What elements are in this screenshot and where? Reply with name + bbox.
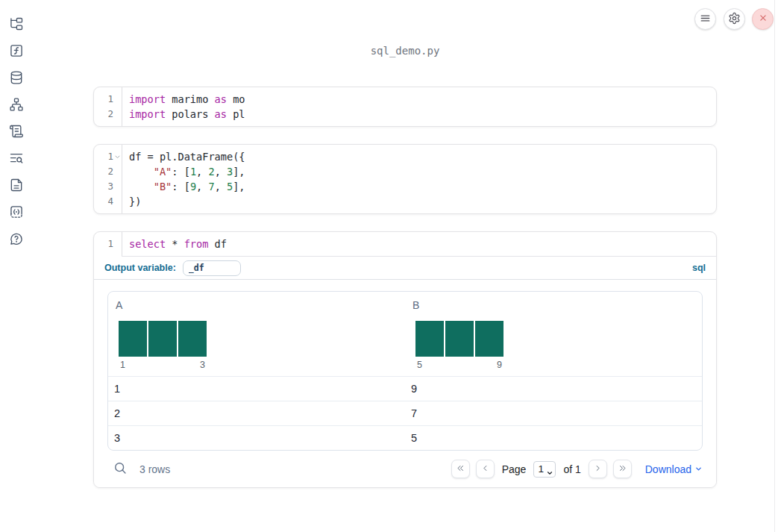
output-variable-label: Output variable:: [104, 263, 176, 273]
next-page-button[interactable]: [589, 460, 607, 478]
column-header[interactable]: B59: [405, 292, 702, 376]
table-footer: 3 rows Page: [107, 451, 703, 478]
page-select-wrapper: 1: [533, 461, 556, 478]
table-row: 35: [108, 425, 702, 450]
download-button[interactable]: Download: [645, 463, 703, 475]
table-cell: 9: [405, 383, 702, 395]
sidebar-item-scratchpad[interactable]: [8, 124, 25, 140]
code-cell-dataframe: 1df = pl.DataFrame({2 "A": [1, 2, 3],3 "…: [93, 144, 717, 214]
cell-output: A13B59 192735 3 rows: [94, 280, 716, 487]
database-icon: [9, 70, 24, 87]
column-header[interactable]: A13: [108, 292, 405, 376]
last-page-button[interactable]: [613, 460, 632, 478]
previous-page-button[interactable]: [476, 460, 495, 478]
line-number-gutter: 1: [94, 92, 122, 107]
table-cell: 5: [405, 432, 702, 444]
sidebar-item-documentation[interactable]: [8, 178, 25, 194]
help-bubble-icon: [9, 231, 24, 248]
table-row: 27: [108, 401, 702, 425]
chevron-right-icon: [593, 463, 603, 475]
sql-editor[interactable]: 1select * from df: [94, 232, 716, 256]
column-name: A: [116, 299, 399, 311]
sidebar-item-help[interactable]: [8, 231, 25, 248]
sidebar-item-file-explorer[interactable]: [8, 16, 25, 33]
code-cell-imports: 1import marimo as mo2import polars as pl: [93, 87, 717, 127]
download-label: Download: [645, 463, 691, 475]
histogram-bar[interactable]: [445, 321, 474, 357]
snippets-code-icon: [9, 204, 24, 222]
line-number-gutter: 2: [94, 164, 122, 179]
table-row: 19: [108, 376, 702, 401]
line-number-gutter: 1: [94, 237, 122, 251]
logs-search-icon: [9, 151, 24, 168]
histogram-bar[interactable]: [119, 321, 147, 357]
chevron-down-icon: [694, 463, 703, 475]
chevron-left-icon: [480, 463, 490, 475]
row-count: 3 rows: [139, 463, 170, 475]
table-cell: 7: [405, 407, 702, 419]
histogram-bar[interactable]: [148, 321, 177, 357]
histogram-ticks: 13: [119, 360, 207, 370]
table-search-button[interactable]: [113, 463, 127, 476]
page-select[interactable]: 1: [538, 463, 553, 475]
histogram-ticks: 59: [415, 360, 503, 370]
documentation-file-icon: [9, 178, 24, 195]
output-variable-input[interactable]: [183, 260, 241, 276]
sidebar-item-snippets[interactable]: [8, 204, 25, 221]
scrollbar-track[interactable]: [774, 0, 775, 532]
dataframe-table: A13B59 192735: [107, 291, 703, 451]
histogram-bar[interactable]: [178, 321, 207, 357]
chevrons-right-icon: [618, 463, 627, 475]
chevrons-left-icon: [456, 463, 465, 475]
notebook-area: sql_demo.py 1import marimo as mo2import …: [93, 0, 717, 488]
column-histogram[interactable]: 59: [415, 321, 503, 370]
scratchpad-scroll-icon: [9, 124, 24, 141]
table-cell: 3: [108, 432, 405, 444]
line-number-gutter: 4: [94, 194, 122, 209]
column-name: B: [412, 299, 696, 311]
first-page-button[interactable]: [451, 460, 470, 478]
dependency-graph-icon: [9, 97, 24, 114]
sql-cell: 1select * from df Output variable: sql A…: [93, 231, 717, 488]
sidebar: [0, 0, 33, 532]
column-histogram[interactable]: 13: [119, 321, 207, 370]
table-body: 192735: [108, 376, 702, 450]
fold-chevron-down-icon[interactable]: [113, 154, 122, 160]
page-total-label: of 1: [563, 463, 580, 475]
table-cell: 1: [108, 383, 405, 395]
shutdown-button[interactable]: [752, 8, 774, 30]
sidebar-item-data-sources[interactable]: [8, 70, 25, 87]
settings-button[interactable]: [724, 8, 745, 30]
sidebar-item-variables[interactable]: [8, 43, 25, 60]
histogram-bar[interactable]: [475, 321, 503, 357]
page-label: Page: [502, 463, 527, 475]
line-number-gutter: 2: [94, 107, 122, 122]
marimo-app-window: sql_demo.py 1import marimo as mo2import …: [0, 0, 778, 532]
table-header: A13B59: [108, 292, 702, 376]
histogram-bar[interactable]: [415, 321, 444, 357]
function-square-icon: [9, 43, 24, 60]
code-editor[interactable]: 1df = pl.DataFrame({2 "A": [1, 2, 3],3 "…: [94, 145, 716, 213]
code-editor[interactable]: 1import marimo as mo2import polars as pl: [94, 87, 716, 126]
sidebar-item-dependency-graph[interactable]: [8, 97, 25, 113]
sql-cell-footer: Output variable: sql: [94, 257, 716, 280]
line-number-gutter: 3: [94, 179, 122, 194]
file-explorer-tree-icon: [9, 16, 24, 34]
language-badge: sql: [692, 263, 706, 273]
close-x-icon: [758, 13, 768, 25]
notebook-filename[interactable]: sql_demo.py: [93, 45, 717, 57]
sidebar-item-logs[interactable]: [8, 151, 25, 167]
line-number-gutter: 1: [94, 149, 122, 164]
gear-icon: [728, 12, 741, 27]
search-icon: [113, 460, 128, 478]
table-cell: 2: [108, 407, 405, 419]
